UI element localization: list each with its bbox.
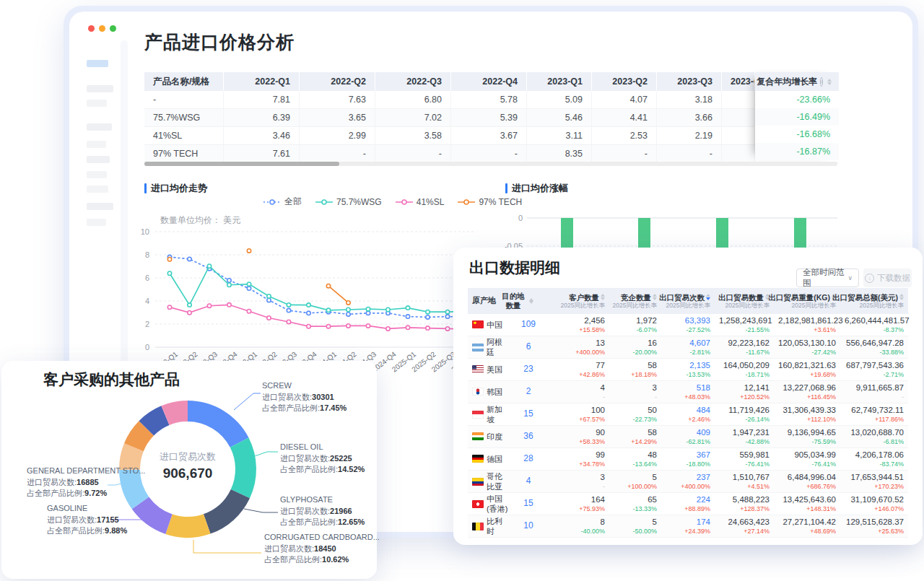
price-column-header[interactable]: 产品名称/规格 [144, 72, 224, 91]
data-point[interactable] [326, 284, 330, 288]
trade-count-cell[interactable]: 518+48.03% [661, 383, 715, 402]
data-point[interactable] [386, 327, 390, 331]
export-column-header[interactable]: 出口贸易数量2025同比增长率 [715, 288, 774, 314]
trade-count-cell[interactable]: 2,135-13.53% [661, 360, 715, 380]
export-column-header[interactable]: 目的地数量 [513, 288, 544, 314]
trade-count-cell[interactable]: 63,393-27.52% [661, 315, 715, 335]
export-column-header[interactable]: 客户数量2025同比增长率 [544, 288, 609, 314]
data-point[interactable] [426, 310, 430, 314]
data-point[interactable] [386, 307, 390, 311]
price-column-header[interactable]: 2022-Q4 [451, 72, 527, 91]
price-column-header[interactable]: 2023-Q3 [657, 72, 722, 91]
data-point[interactable] [346, 324, 350, 328]
data-point[interactable] [267, 294, 271, 298]
price-column-header[interactable]: 2022-Q3 [375, 72, 451, 91]
sidebar-skeleton-item[interactable] [87, 185, 108, 193]
data-point[interactable] [287, 308, 290, 312]
destination-count-link[interactable]: 109 [513, 319, 544, 331]
data-point[interactable] [406, 306, 409, 310]
data-point[interactable] [207, 264, 211, 268]
window-minimize-button[interactable] [99, 25, 105, 32]
sort-icon[interactable] [601, 294, 605, 300]
price-column-header[interactable]: 2022-Q1 [224, 72, 300, 91]
destination-count-link[interactable]: 6 [513, 341, 544, 353]
price-column-header[interactable]: 2023-Q4 [722, 72, 755, 91]
legend-item-41%SL[interactable]: 41%SL [395, 197, 445, 207]
data-point[interactable] [346, 301, 350, 305]
trade-count-cell[interactable]: 237+400.00% [661, 472, 715, 492]
time-range-select[interactable]: 全部时间范围 ∨ [796, 268, 859, 287]
data-point[interactable] [366, 311, 370, 315]
export-column-header[interactable]: 出口贸易重量(KG)2025同比增长率 [774, 288, 840, 314]
destination-count-link[interactable]: 15 [513, 409, 544, 420]
data-point[interactable] [307, 311, 310, 315]
data-point[interactable] [366, 307, 370, 311]
data-point[interactable] [167, 271, 171, 275]
destination-count-link[interactable]: 4 [513, 476, 544, 487]
data-point[interactable] [307, 325, 310, 328]
destination-count-link[interactable]: 28 [513, 453, 544, 465]
price-column-header[interactable]: 2023-Q2 [592, 72, 657, 91]
donut-slice-corrugated-cardboard[interactable] [165, 514, 210, 538]
data-point[interactable] [267, 316, 271, 320]
donut-slice-glyphosate[interactable] [204, 489, 250, 534]
sort-icon[interactable] [706, 294, 710, 300]
sidebar-skeleton-item[interactable] [87, 219, 106, 226]
data-point[interactable] [188, 310, 191, 314]
cagr-column-header[interactable]: 复合年均增长率i [755, 72, 839, 91]
trade-count-cell[interactable]: 367-18.80% [661, 450, 715, 469]
data-point[interactable] [366, 324, 370, 328]
legend-item-97% TECH[interactable]: 97% TECH [457, 197, 522, 207]
data-point[interactable] [326, 325, 330, 328]
legend-item-全部[interactable]: 全部 [263, 196, 302, 208]
trade-count-cell[interactable]: 484+2.46% [661, 405, 715, 424]
export-column-header[interactable]: 竞企数量2025同比增长率 [609, 288, 661, 314]
sidebar-skeleton-item[interactable] [87, 141, 106, 148]
scrollbar-thumb[interactable] [144, 162, 339, 166]
export-column-header[interactable]: 出口贸易次数2025同比增长率 [661, 288, 715, 314]
data-point[interactable] [188, 303, 191, 307]
data-point[interactable] [445, 315, 449, 318]
data-point[interactable] [247, 282, 250, 286]
data-point[interactable] [307, 303, 310, 307]
trade-count-cell[interactable]: 4,607-2.81% [661, 338, 715, 357]
sort-icon[interactable] [827, 79, 832, 85]
trade-count-cell[interactable]: 409-62.81% [661, 427, 715, 447]
data-point[interactable] [326, 308, 330, 312]
sort-icon[interactable] [899, 294, 904, 300]
window-close-button[interactable] [88, 25, 95, 32]
data-point[interactable] [346, 313, 350, 316]
destination-count-link[interactable]: 2 [513, 386, 544, 398]
data-point[interactable] [267, 298, 271, 302]
data-point[interactable] [227, 279, 231, 282]
data-point[interactable] [426, 326, 430, 330]
data-point[interactable] [247, 287, 250, 290]
data-point[interactable] [167, 258, 171, 261]
data-point[interactable] [247, 249, 250, 253]
sidebar-skeleton-item[interactable] [87, 123, 112, 131]
window-zoom-button[interactable] [110, 25, 116, 32]
data-point[interactable] [227, 283, 231, 287]
price-column-header[interactable]: 2022-Q2 [300, 72, 375, 91]
sidebar-skeleton-item[interactable] [87, 171, 107, 178]
destination-count-link[interactable]: 15 [513, 498, 544, 510]
destination-count-link[interactable]: 23 [513, 364, 544, 375]
destination-count-link[interactable]: 36 [513, 431, 544, 442]
data-point[interactable] [227, 303, 231, 307]
data-point[interactable] [406, 326, 409, 329]
sidebar-skeleton-item[interactable] [87, 203, 113, 210]
data-point[interactable] [287, 303, 290, 307]
data-point[interactable] [445, 327, 449, 331]
trade-count-cell[interactable]: 224+88.89% [661, 494, 715, 514]
data-point[interactable] [445, 310, 449, 314]
data-point[interactable] [346, 307, 350, 311]
data-point[interactable] [207, 304, 211, 307]
trade-count-cell[interactable]: 174+24.39% [661, 517, 715, 536]
data-point[interactable] [188, 257, 191, 261]
download-data-button[interactable]: ↓ 下载数据 [863, 268, 912, 287]
data-point[interactable] [287, 320, 290, 323]
export-column-header[interactable]: 出口贸易总额(美元)2025同比增长率 [840, 288, 908, 314]
sort-icon[interactable] [653, 294, 657, 300]
data-point[interactable] [406, 315, 409, 318]
sidebar-skeleton-item[interactable] [87, 85, 113, 92]
